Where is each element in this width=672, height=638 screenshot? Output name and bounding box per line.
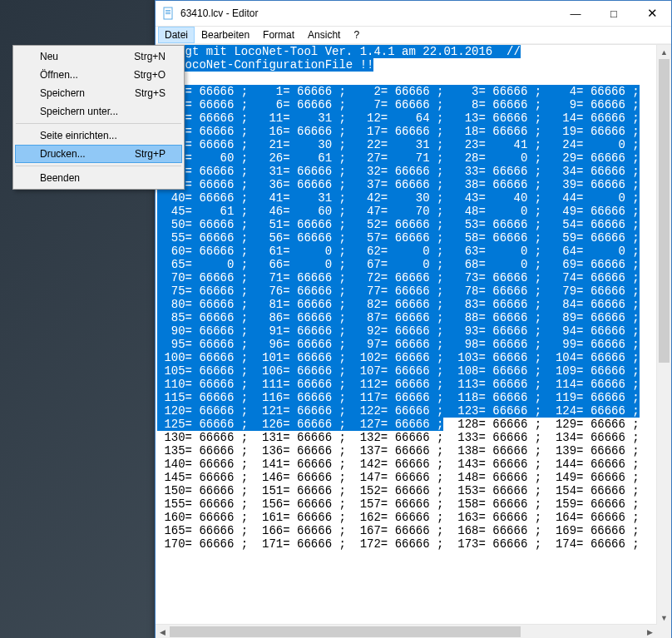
horizontal-scrollbar[interactable]: ◀ ▶ <box>156 624 657 638</box>
menu-datei[interactable]: Datei <box>158 27 195 43</box>
menu-speichern[interactable]: Speichern Strg+S <box>15 84 182 102</box>
menu-speichern-unter-label: Speichern unter... <box>40 106 118 117</box>
menu-oeffnen-label: Öffnen... <box>40 69 78 81</box>
menu-drucken-shortcut: Strg+P <box>135 148 166 160</box>
menu-neu-label: Neu <box>40 51 58 62</box>
notepad-window: 63410.lcv - Editor ― □ ✕ Datei Bearbeite… <box>155 0 672 638</box>
scroll-corner <box>657 625 671 638</box>
menu-ansicht[interactable]: Ansicht <box>301 27 347 43</box>
menu-beenden[interactable]: Beenden <box>15 169 182 187</box>
menu-help[interactable]: ? <box>347 27 366 43</box>
menu-neu[interactable]: Neu Strg+N <box>15 47 182 66</box>
menu-format[interactable]: Format <box>256 27 301 43</box>
maximize-button[interactable]: □ <box>595 1 633 26</box>
menu-drucken[interactable]: Drucken... Strg+P <box>15 145 182 163</box>
menu-separator <box>16 123 181 124</box>
scroll-right-button[interactable]: ▶ <box>643 625 657 638</box>
scroll-up-button[interactable]: ▲ <box>657 45 671 59</box>
menu-separator <box>16 166 181 166</box>
menu-neu-shortcut: Strg+N <box>134 51 166 62</box>
svg-rect-2 <box>166 12 170 12</box>
menu-speichern-shortcut: Strg+S <box>135 87 166 99</box>
vertical-scrollbar[interactable]: ▲ ▼ <box>656 45 671 625</box>
menu-speichern-unter[interactable]: Speichern unter... <box>15 102 182 121</box>
datei-dropdown: Neu Strg+N Öffnen... Strg+O Speichern St… <box>12 45 185 190</box>
scroll-track-vertical[interactable] <box>657 59 671 611</box>
menu-oeffnen-shortcut: Strg+O <box>134 69 166 81</box>
svg-rect-3 <box>166 13 170 14</box>
menu-oeffnen[interactable]: Öffnen... Strg+O <box>15 66 182 84</box>
menu-speichern-label: Speichern <box>40 87 85 99</box>
app-icon <box>162 7 175 20</box>
menu-seite-einrichten[interactable]: Seite einrichten... <box>15 126 182 145</box>
menu-bearbeiten[interactable]: Bearbeiten <box>195 27 256 43</box>
titlebar[interactable]: 63410.lcv - Editor ― □ ✕ <box>156 1 671 27</box>
menubar: Datei Bearbeiten Format Ansicht ? <box>156 27 671 44</box>
menu-drucken-label: Drucken... <box>40 148 86 160</box>
scroll-thumb-vertical[interactable] <box>659 59 670 363</box>
document-content[interactable]: rzeugt mit LocoNet-Tool Ver. 1.4.1 am 22… <box>156 45 671 552</box>
scroll-thumb-horizontal[interactable] <box>170 626 521 637</box>
text-area[interactable]: rzeugt mit LocoNet-Tool Ver. 1.4.1 am 22… <box>156 45 671 638</box>
window-title: 63410.lcv - Editor <box>180 7 556 19</box>
minimize-button[interactable]: ― <box>556 1 595 26</box>
scroll-down-button[interactable]: ▼ <box>657 611 671 625</box>
scroll-left-button[interactable]: ◀ <box>156 625 170 638</box>
svg-rect-1 <box>166 10 170 11</box>
menu-seite-label: Seite einrichten... <box>40 130 117 141</box>
close-button[interactable]: ✕ <box>633 1 671 26</box>
menu-beenden-label: Beenden <box>40 172 80 184</box>
editor-area: rzeugt mit LocoNet-Tool Ver. 1.4.1 am 22… <box>156 44 671 638</box>
